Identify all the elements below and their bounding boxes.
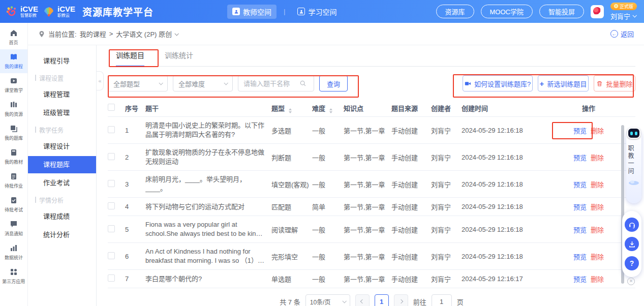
row-checkbox[interactable] [108,274,115,282]
sidebar-collapse-button[interactable]: « [97,71,104,90]
batch-delete-button[interactable]: 批量删除 [594,75,635,91]
row-checkbox[interactable] [108,252,115,259]
delete-link[interactable]: 删除 [591,226,604,234]
stem-search-box [238,75,314,91]
tab-training-statistics[interactable]: 训练统计 [165,45,193,66]
goto-page-input[interactable] [432,294,452,306]
sidebar-item-course-grades[interactable]: 课程成绩 [28,208,96,225]
resource-library-button[interactable]: 资源库 [436,5,474,18]
delete-link[interactable]: 删除 [591,181,604,189]
breadcrumb-course[interactable]: 大学语文 (2P) 原创 [116,29,172,39]
tab-training-questions[interactable]: 训练题目 [116,45,144,66]
rail-item-pending-exams[interactable]: 待批考试 [0,193,27,217]
row-checkbox[interactable] [108,153,115,160]
row-checkbox[interactable] [108,225,115,232]
rail-item-my-question-bank[interactable]: 我的题库 [0,121,27,145]
delete-link[interactable]: 删除 [591,154,604,162]
textbook-icon [10,148,18,157]
floating-toolbar: ? [622,211,641,277]
user-block[interactable]: 正式版 刘肓宁 [610,3,637,21]
smart-casting-button[interactable]: 智能投屏 [539,5,584,18]
sidebar-item-course-design[interactable]: 课程设计 [28,138,96,155]
preview-link[interactable]: 预览 [573,276,587,283]
row-checkbox[interactable] [108,126,115,133]
preview-link[interactable]: 预览 [573,226,587,234]
cell-knowledge: 第一节,第一章 [344,202,391,211]
sidebar-item-course-guide[interactable]: 课程引导 [28,52,96,70]
apps-icon [10,268,18,276]
chevron-down-icon [632,13,636,17]
nav-teacher-space[interactable]: 教师空间 [227,5,277,19]
preview-link[interactable]: 预览 [573,181,587,189]
delete-link[interactable]: 删除 [591,276,604,283]
next-page-button[interactable] [394,294,408,306]
mooc-academy-button[interactable]: MOOC学院 [481,5,533,18]
customer-service-button[interactable] [625,218,639,232]
cell-type: 多选题 [271,126,312,135]
ai-assistant-widget[interactable]: 职教一问 [626,129,641,203]
cell-created: 2024-05-29 12:16:18 [462,226,542,233]
table-row: 7李白是哪个朝代的?单选题一般第一节,第一章手动创建刘肓宁2024-05-29 … [108,270,635,288]
row-checkbox[interactable] [108,202,115,209]
cell-knowledge: 第一节,第一章 [344,126,391,135]
nav-divider: | [284,8,285,15]
prev-page-button[interactable] [355,294,370,306]
nav-learning-space[interactable]: 学习空间 [292,5,342,19]
rail-item-my-textbooks[interactable]: 我的教材 [0,145,27,169]
cell-no: 6 [125,253,145,260]
header-type[interactable]: 题型 [271,103,312,113]
rail-item-data-statistics[interactable]: 数据统计 [0,240,27,264]
page-size-select[interactable]: 10条/页 [305,294,350,306]
rail-item-my-resources[interactable]: 我的资源 [0,97,27,121]
preview-link[interactable]: 预览 [573,253,587,261]
header-ops: 操作 [542,103,635,113]
help-button[interactable]: ? [625,256,639,270]
sidebar-item-course-management[interactable]: 课程管理 [28,86,96,103]
header-difficulty[interactable]: 难度 [312,103,344,113]
row-checkbox[interactable] [108,180,115,187]
breadcrumb-bar: 当前位置: 我的课程 > 大学语文 (2P) 原创 ← 返回 [28,23,644,45]
stem-text: 床前明月光，____。举头望明月，____。 [145,175,265,193]
preview-link[interactable]: 预览 [573,154,587,162]
rail-item-classroom-teaching[interactable]: 课堂教学 [0,73,27,97]
cell-difficulty: 一般 [312,126,344,135]
section-bar [35,127,36,133]
delete-link[interactable]: 删除 [591,203,604,211]
trash-icon [596,80,603,87]
rail-item-messages[interactable]: 消息通知 [0,217,27,240]
download-button[interactable] [625,237,639,251]
table-header: 序号 题干 题型 难度 知识点 题目来源 创建者 创建时间 操作 [108,100,635,117]
sort-icon[interactable] [329,108,332,113]
sort-icon[interactable] [289,108,292,113]
delete-link[interactable]: 删除 [591,127,604,135]
avatar[interactable] [591,5,604,18]
select-all-checkbox[interactable] [108,104,115,111]
chevron-down-icon[interactable] [174,32,178,36]
query-button[interactable]: 查询 [319,75,348,91]
back-button[interactable]: ← 返回 [610,29,634,39]
sidebar-item-class-management[interactable]: 班级管理 [28,104,96,121]
add-training-questions-button[interactable]: + 新选训练题目 [538,75,589,91]
sidebar-item-course-question-bank[interactable]: 课程题库 [28,156,96,173]
page-number-button[interactable]: 1 [375,294,389,306]
rail-item-pending-homework[interactable]: 待批作业 [0,169,27,193]
question-type-select[interactable]: 全部题型 [108,75,168,91]
preview-link[interactable]: 预览 [573,127,587,135]
preview-link[interactable]: 预览 [573,203,587,211]
breadcrumb-path[interactable]: 我的课程 [80,29,106,39]
cell-type: 匹配题 [271,202,312,211]
robot-icon [627,128,640,139]
delete-link[interactable]: 删除 [591,253,604,261]
rail-item-label: 待批考试 [5,206,23,212]
sidebar-item-homework-exam[interactable]: 作业考试 [28,174,96,192]
rail-item-my-courses[interactable]: 我的课程 [0,49,27,73]
rail-item-label: 课堂教学 [5,86,23,93]
sidebar-item-statistics-analysis[interactable]: 统计分析 [28,226,96,243]
rail-item-label: 第三方应用 [2,278,25,284]
difficulty-select[interactable]: 全部难度 [173,75,233,91]
help-setup-button[interactable]: 如何设置训练题库? [463,75,533,91]
close-widget-button[interactable]: ✕ [627,278,635,285]
stem-search-input[interactable] [243,80,299,87]
rail-item-third-party-apps[interactable]: 第三方应用 [0,264,27,288]
rail-item-home[interactable]: 首页 [0,25,27,49]
